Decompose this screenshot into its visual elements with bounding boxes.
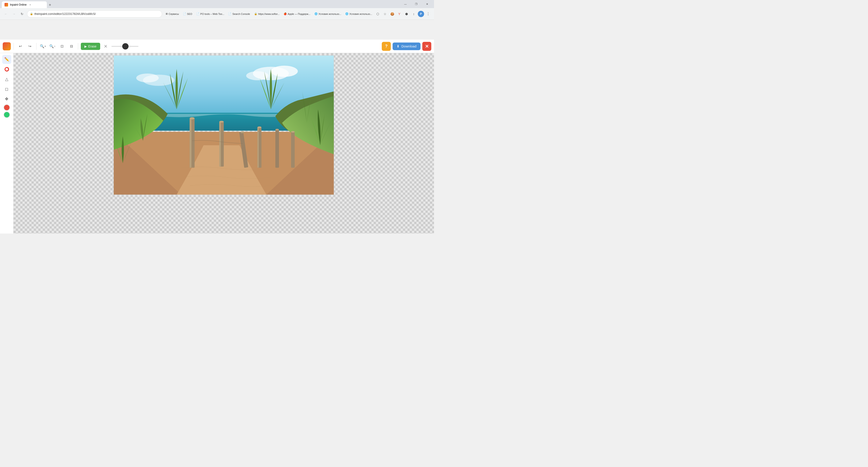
- image-canvas[interactable]: [114, 55, 334, 195]
- bookmark-icon: 📄: [196, 12, 199, 15]
- svg-rect-17: [257, 127, 259, 168]
- bookmark-apple[interactable]: 🍎 Apple — Поддерж...: [282, 12, 312, 16]
- brush-tool-button[interactable]: ✏️: [2, 55, 11, 64]
- bookmark-softor[interactable]: 🔒 https://www.softor...: [252, 12, 281, 16]
- back-button[interactable]: ←: [3, 11, 9, 17]
- url-bar[interactable]: 🔒 theinpaint.com/editor/1222317824/LBlVz…: [27, 10, 162, 18]
- bookmark-label: Сервисы: [168, 12, 179, 15]
- bookmark-icon: ⊞: [166, 12, 168, 15]
- active-tab[interactable]: Inpaint Online ×: [2, 1, 47, 8]
- polygon-tool-button[interactable]: △: [2, 75, 11, 84]
- tools-sidebar: ✏️ ⭕ △ ◻ ✥: [0, 53, 13, 234]
- bookmarks-bar: ⊞ Сервисы 📄 SEO 📄 PO tools – Web Too... …: [164, 12, 373, 16]
- bookmark-label: https://www.softor...: [258, 12, 280, 15]
- download-button[interactable]: ⬇ Download: [393, 42, 421, 50]
- minimize-button[interactable]: —: [400, 1, 411, 7]
- svg-point-10: [189, 117, 194, 120]
- bookmark-icon: 🔒: [254, 12, 257, 15]
- zoom-in-button[interactable]: 🔍+: [39, 42, 47, 50]
- bookmark-label: Search Console: [232, 12, 250, 15]
- lasso-tool-button[interactable]: ⭕: [2, 65, 11, 74]
- reload-button[interactable]: ↻: [19, 11, 25, 17]
- app-area: ↩ ↪ 🔍+ 🔍− ⊡ ⊟ ▶ Erase ✕ ? ⬇ Down: [0, 20, 434, 234]
- star-button[interactable]: ☆: [382, 11, 388, 17]
- toolbar-separator: [13, 43, 14, 50]
- window-controls: — ❐ ✕: [400, 1, 432, 7]
- lock-icon: 🔒: [30, 12, 33, 15]
- title-bar: Inpaint Online × + — ❐ ✕: [0, 0, 434, 8]
- color2-swatch[interactable]: [4, 111, 10, 118]
- svg-point-22: [291, 131, 294, 133]
- url-text: theinpaint.com/editor/1222317824/LBlVzaW…: [34, 12, 96, 15]
- checkerboard-background: [13, 53, 434, 234]
- close-window-button[interactable]: ✕: [422, 1, 432, 7]
- zoom-fit-button[interactable]: ⊡: [58, 42, 66, 50]
- svg-rect-9: [189, 118, 191, 168]
- redo-button[interactable]: ↪: [26, 42, 34, 50]
- extensions2-btn[interactable]: ⬢: [403, 11, 410, 17]
- bookmark-icon: 📄: [183, 12, 186, 15]
- bookmark-label: PO tools – Web Too...: [200, 12, 224, 15]
- bookmark-label: Apple — Поддерж...: [288, 12, 310, 15]
- tab-bar: Inpaint Online × +: [2, 0, 400, 8]
- zoom-out-button[interactable]: 🔍−: [49, 42, 56, 50]
- new-tab-button[interactable]: +: [47, 2, 53, 8]
- tab-close-button[interactable]: ×: [28, 3, 32, 6]
- move-tool-button[interactable]: ✥: [2, 95, 11, 103]
- extensions-button[interactable]: ⬡: [375, 11, 381, 17]
- svg-point-2: [271, 66, 298, 77]
- cookie-btn[interactable]: 🍪: [389, 11, 395, 17]
- bookmark-icon: 🌐: [314, 12, 318, 15]
- yandex-btn[interactable]: Y: [396, 11, 402, 17]
- app-toolbar: ↩ ↪ 🔍+ 🔍− ⊡ ⊟ ▶ Erase ✕ ? ⬇ Down: [0, 40, 434, 53]
- help-button[interactable]: ?: [382, 42, 391, 51]
- svg-point-20: [275, 129, 279, 130]
- download-label: Download: [401, 44, 416, 48]
- toolbar-separator-3: [78, 43, 78, 50]
- svg-point-13: [219, 121, 224, 123]
- svg-rect-19: [275, 130, 279, 168]
- canvas-area[interactable]: [13, 53, 434, 234]
- beach-image-svg: [114, 56, 334, 195]
- address-bar: ← → ↻ 🔒 theinpaint.com/editor/1222317824…: [0, 8, 434, 20]
- color1-swatch[interactable]: [4, 104, 10, 111]
- bookmark-servisy[interactable]: ⊞ Сервисы: [164, 12, 181, 16]
- svg-point-3: [246, 71, 269, 80]
- sync-btn[interactable]: ↕: [411, 11, 417, 17]
- bookmark-icon: 📄: [228, 12, 231, 15]
- bookmark-label: Условия использо...: [318, 12, 341, 15]
- bookmark-usloviya1[interactable]: 🌐 Условия использо...: [313, 12, 343, 16]
- maximize-button[interactable]: ❐: [411, 1, 422, 7]
- bookmark-label: SEO: [187, 12, 192, 15]
- more-options-button[interactable]: ⋮: [425, 11, 431, 17]
- tab-favicon: [4, 3, 8, 6]
- undo-button[interactable]: ↩: [17, 42, 24, 50]
- zoom-actual-button[interactable]: ⊟: [67, 42, 75, 50]
- svg-rect-21: [291, 132, 294, 168]
- bookmark-usloviya2[interactable]: 🌐 Условия использо...: [343, 12, 373, 16]
- tab-title: Inpaint Online: [10, 3, 27, 6]
- slider-thumb[interactable]: [122, 43, 128, 49]
- eraser-tool-button[interactable]: ◻: [2, 85, 11, 94]
- address-bar-extras: ⬡ ☆ 🍪 Y ⬢ ↕ P ⋮: [375, 11, 431, 17]
- bookmark-seo[interactable]: 📄 SEO: [181, 12, 194, 16]
- slider-track[interactable]: [112, 46, 138, 47]
- brush-size-control[interactable]: [112, 46, 138, 47]
- bookmark-label: Условия использо...: [349, 12, 372, 15]
- svg-rect-12: [219, 122, 221, 166]
- erase-button[interactable]: ▶ Erase: [81, 43, 100, 50]
- browser-window: Inpaint Online × + — ❐ ✕ ← → ↻ 🔒 theinpa…: [0, 0, 434, 234]
- bookmark-icon: 🌐: [345, 12, 348, 15]
- bookmark-icon: 🍎: [284, 12, 287, 15]
- download-icon: ⬇: [397, 44, 400, 48]
- erase-label: Erase: [88, 44, 97, 48]
- close-red-button[interactable]: ✕: [422, 42, 431, 51]
- cancel-button[interactable]: ✕: [102, 42, 110, 50]
- bookmark-po-tools[interactable]: 📄 PO tools – Web Too...: [194, 12, 226, 16]
- erase-play-icon: ▶: [85, 44, 87, 48]
- forward-button[interactable]: →: [11, 11, 17, 17]
- profile-button[interactable]: P: [418, 11, 424, 17]
- svg-point-18: [257, 126, 261, 128]
- bookmark-search-console[interactable]: 📄 Search Console: [226, 12, 252, 16]
- app-logo: [3, 42, 11, 51]
